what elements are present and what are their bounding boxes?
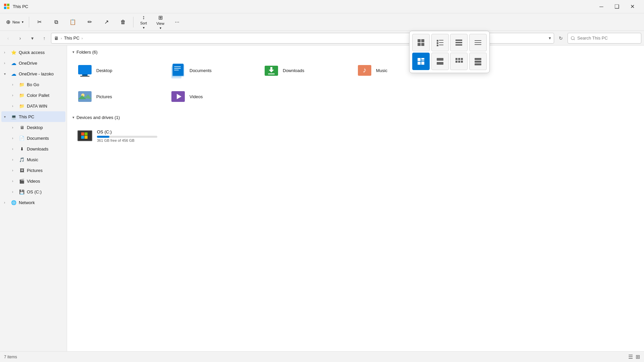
drive-os-c-icon [77, 128, 93, 144]
devices-section-header[interactable]: ▾ Devices and drives (1) [72, 115, 639, 120]
view-toggle: ☰ ⊞ [628, 354, 640, 360]
svg-rect-52 [458, 58, 460, 60]
new-icon: ⊕ [6, 19, 10, 25]
folder-icon: 📁 [19, 92, 25, 98]
rename-button[interactable]: ✏ [82, 15, 98, 29]
new-button[interactable]: ⊕ New ▾ [3, 15, 27, 29]
drive-os-c-name: OS (C:) [97, 129, 159, 134]
svg-rect-37 [439, 45, 443, 45]
list-view-button[interactable]: ☰ [628, 354, 633, 360]
videos-folder-icon [170, 88, 186, 105]
folders-section-header[interactable]: ▾ Folders (6) [72, 50, 639, 55]
breadcrumb-sep-1: › [61, 36, 62, 40]
view-option-1[interactable] [412, 34, 430, 51]
sidebar-item-onedrive-lazoko[interactable]: ▾ ☁ OneDrive - lazoko [1, 68, 65, 79]
view-option-5[interactable] [412, 53, 430, 70]
pictures-folder-label: Pictures [96, 94, 112, 99]
paste-button[interactable]: 📋 [65, 15, 81, 29]
svg-rect-3 [78, 65, 91, 74]
sidebar-label-downloads: Downloads [27, 146, 63, 152]
search-input[interactable] [568, 33, 641, 44]
view-option-7[interactable] [450, 53, 468, 70]
svg-rect-33 [439, 40, 443, 41]
minimize-button[interactable]: ─ [594, 1, 609, 12]
view-option-4[interactable] [469, 34, 487, 51]
sidebar-item-desktop[interactable]: › 🖥 Desktop [1, 122, 65, 133]
view-option-6[interactable] [431, 53, 449, 70]
view-option-3[interactable] [450, 34, 468, 51]
close-button[interactable]: ✕ [625, 1, 640, 12]
folder-pictures[interactable]: Pictures [72, 85, 163, 108]
content-area: ▾ Folders (6) Desktop [67, 46, 644, 351]
chevron-icon: › [4, 201, 9, 204]
more-button[interactable]: ··· [169, 15, 185, 29]
svg-rect-43 [475, 44, 481, 45]
recent-locations-button[interactable]: ▾ [27, 33, 38, 44]
sidebar-item-color-pallet[interactable]: › 📁 Color Pallet [1, 90, 65, 101]
svg-rect-31 [421, 43, 424, 46]
svg-rect-35 [439, 42, 443, 43]
sidebar-label-color-pallet: Color Pallet [27, 93, 63, 98]
breadcrumb-this-pc[interactable]: This PC [64, 36, 79, 41]
refresh-button[interactable]: ↻ [555, 33, 566, 44]
item-count: 7 items [4, 355, 17, 359]
videos-icon: 🎬 [19, 178, 25, 184]
folder-desktop[interactable]: Desktop [72, 59, 163, 82]
share-button[interactable]: ↗ [98, 15, 114, 29]
pictures-folder-icon [77, 88, 93, 105]
view-option-8[interactable] [469, 53, 487, 70]
svg-rect-50 [437, 62, 443, 65]
sidebar-item-videos[interactable]: › 🎬 Videos [1, 176, 65, 186]
svg-rect-2 [80, 76, 90, 77]
sort-label: Sort [140, 21, 147, 25]
sidebar-item-data-win[interactable]: › 📁 DATA WIN [1, 101, 65, 111]
sidebar-item-network[interactable]: › 🌐 Network [1, 197, 65, 208]
forward-button[interactable]: › [15, 33, 25, 44]
svg-rect-49 [437, 58, 443, 61]
back-button[interactable]: ‹ [3, 33, 13, 44]
sidebar-item-bo-go[interactable]: › 📁 Bo Go [1, 79, 65, 90]
folder-downloads[interactable]: Downloads [259, 59, 350, 82]
sidebar-item-documents[interactable]: › 📄 Documents [1, 133, 65, 143]
sidebar-item-this-pc[interactable]: ▾ 💻 This PC [1, 111, 65, 122]
svg-rect-41 [475, 40, 481, 41]
view-label: View [156, 21, 164, 25]
view-chevron-icon: ▾ [160, 26, 161, 30]
chevron-icon: › [12, 169, 17, 172]
chevron-icon: › [12, 179, 17, 183]
folder-videos[interactable]: Videos [166, 85, 256, 108]
sidebar-label-data-win: DATA WIN [27, 104, 63, 109]
sidebar-item-onedrive[interactable]: › ☁ OneDrive [1, 58, 65, 68]
sidebar-item-pictures[interactable]: › 🖼 Pictures [1, 165, 65, 176]
svg-rect-28 [418, 39, 421, 42]
devices-chevron-icon: ▾ [72, 115, 74, 120]
sidebar-item-os-c[interactable]: › 💾 OS (C:) [1, 186, 65, 197]
copy-button[interactable]: ⧉ [48, 15, 64, 29]
grid-view-button[interactable]: ⊞ [636, 354, 640, 360]
folder-documents[interactable]: Documents [166, 59, 256, 82]
view-option-2[interactable] [431, 34, 449, 51]
drive-os-c[interactable]: OS (C:) 361 GB free of 456 GB [72, 124, 163, 147]
svg-rect-51 [455, 58, 458, 60]
sidebar-item-downloads[interactable]: › ⬇ Downloads [1, 143, 65, 154]
music-icon: 🎵 [19, 157, 25, 163]
svg-rect-56 [461, 61, 463, 63]
folders-section-label: Folders (6) [76, 50, 98, 55]
chevron-icon: › [12, 94, 17, 97]
chevron-icon: › [4, 61, 9, 65]
up-button[interactable]: ↑ [39, 33, 50, 44]
svg-rect-45 [421, 58, 424, 60]
downloads-folder-label: Downloads [283, 68, 304, 73]
view-button[interactable]: ⊞ View ▾ [152, 15, 168, 29]
sidebar-item-quick-access[interactable]: › ⭐ Quick access [1, 47, 65, 58]
maximize-button[interactable]: ❑ [609, 1, 625, 12]
delete-button[interactable]: 🗑 [115, 15, 131, 29]
svg-rect-44 [418, 58, 421, 61]
svg-rect-53 [461, 58, 463, 60]
cut-button[interactable]: ✂ [31, 15, 47, 29]
address-dropdown-button[interactable]: ▾ [549, 36, 551, 41]
sidebar-item-music[interactable]: › 🎵 Music [1, 154, 65, 165]
sidebar-label-onedrive: OneDrive [19, 61, 63, 66]
sort-button[interactable]: ↕ Sort ▾ [136, 15, 152, 29]
svg-rect-25 [85, 132, 88, 135]
